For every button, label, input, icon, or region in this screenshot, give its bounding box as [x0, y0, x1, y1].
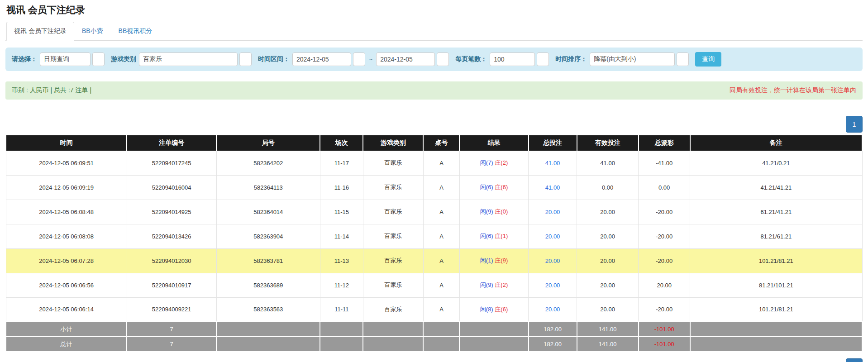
date-to-input[interactable] — [376, 52, 435, 66]
summary-remark-empty — [690, 337, 862, 352]
result-player: 闲(1) — [480, 257, 493, 264]
cell-remark: 81.21/61.21 — [690, 224, 862, 248]
total-bet-link[interactable]: 41.00 — [545, 160, 560, 167]
cell-time: 2024-12-05 06:08:08 — [6, 224, 127, 248]
column-header: 总投注 — [529, 135, 577, 151]
page-1-button-bottom[interactable]: 1 — [846, 358, 863, 362]
cell-game-type: 百家乐 — [363, 151, 423, 175]
cell-game-type: 百家乐 — [363, 224, 423, 248]
summary-empty — [216, 322, 320, 337]
cell-result: 闲(9) 庄(2) — [459, 273, 528, 297]
summary-empty — [320, 337, 363, 352]
tab-betting-records[interactable]: 视讯 会员下注纪录 — [6, 22, 74, 41]
total-bet-link[interactable]: 20.00 — [545, 209, 560, 215]
result-player: 闲(7) — [480, 159, 493, 166]
table-row: 2024-12-05 06:09:19522094016004582364113… — [6, 175, 862, 200]
column-header: 注单编号 — [127, 135, 216, 151]
table-row: 2024-12-05 06:08:08522094013426582363904… — [6, 224, 862, 248]
cell-valid-bet: 20.00 — [577, 200, 639, 224]
cell-bet-id: 522094012030 — [127, 248, 216, 273]
column-header: 总派彩 — [639, 135, 690, 151]
game-type-select[interactable] — [139, 52, 238, 66]
cell-game-type: 百家乐 — [363, 200, 423, 224]
table-row: 2024-12-05 06:07:28522094012030582363781… — [6, 248, 862, 273]
date-to-picker-box[interactable] — [437, 52, 449, 66]
cell-total-bet: 20.00 — [529, 297, 577, 322]
total-bet-link[interactable]: 20.00 — [545, 282, 560, 289]
cell-result: 闲(9) 庄(0) — [459, 200, 528, 224]
column-header: 时间 — [6, 135, 127, 151]
time-sort-label: 时间排序： — [555, 55, 587, 63]
summary-empty — [363, 322, 423, 337]
filter-bar: 请选择： 游戏类别 时间区间： ~ 每页笔数： 时间排序： 查询 — [5, 48, 863, 71]
cell-round-id: 582364014 — [216, 200, 320, 224]
query-type-dropdown-box[interactable] — [92, 52, 105, 66]
total-bet-link[interactable]: 20.00 — [545, 257, 560, 264]
notice-bar: 币别 : 人民币 | 总共 :7 注单 | 同局有效投注，统一计算在该局第一张注… — [5, 81, 863, 100]
summary-count: 7 — [127, 322, 216, 337]
cell-payout: 0.00 — [639, 175, 690, 200]
cell-result: 闲(7) 庄(2) — [459, 151, 528, 175]
cell-round-id: 582363781 — [216, 248, 320, 273]
cell-round-id: 582364202 — [216, 151, 320, 175]
date-from-picker-box[interactable] — [353, 52, 365, 66]
cell-total-bet: 20.00 — [529, 224, 577, 248]
total-bet-link[interactable]: 41.00 — [545, 184, 560, 191]
cell-payout: 20.00 — [639, 273, 690, 297]
cell-time: 2024-12-05 06:09:19 — [6, 175, 127, 200]
query-type-select[interactable] — [40, 52, 91, 66]
cell-remark: 81.21/101.21 — [690, 273, 862, 297]
cell-time: 2024-12-05 06:06:56 — [6, 273, 127, 297]
summary-empty — [216, 337, 320, 352]
cell-game-type: 百家乐 — [363, 248, 423, 273]
cell-payout: -20.00 — [639, 297, 690, 322]
cell-time: 2024-12-05 06:08:48 — [6, 200, 127, 224]
cell-table-no: A — [423, 248, 459, 273]
total-bet-link[interactable]: 20.00 — [545, 306, 560, 313]
page-size-dropdown-box[interactable] — [537, 52, 549, 66]
time-sort-select[interactable] — [590, 52, 675, 66]
cell-total-bet: 20.00 — [529, 248, 577, 273]
result-player: 闲(8) — [480, 306, 493, 313]
page-1-button[interactable]: 1 — [846, 116, 863, 133]
tab-bb-video-points[interactable]: BB视讯积分 — [111, 22, 160, 41]
page-size-select[interactable] — [490, 52, 535, 66]
cell-valid-bet: 20.00 — [577, 297, 639, 322]
search-button[interactable]: 查询 — [695, 52, 721, 67]
table-header-row: 时间注单编号局号场次游戏类别桌号结果总投注有效投注总派彩备注 — [6, 135, 862, 151]
tab-bb-tips[interactable]: BB小费 — [74, 22, 111, 41]
cell-round-id: 582363904 — [216, 224, 320, 248]
result-banker: 庄(1) — [495, 233, 508, 239]
pagination-bottom: 1 — [5, 358, 863, 362]
total-bet-link[interactable]: 20.00 — [545, 233, 560, 240]
cell-session: 11-14 — [320, 224, 363, 248]
summary-empty — [459, 337, 528, 352]
cell-session: 11-13 — [320, 248, 363, 273]
cell-game-type: 百家乐 — [363, 175, 423, 200]
table-row: 2024-12-05 06:06:56522094010917582363689… — [6, 273, 862, 297]
cell-remark: 41.21/41.21 — [690, 175, 862, 200]
summary-total-bet: 182.00 — [529, 322, 577, 337]
cell-bet-id: 522094017245 — [127, 151, 216, 175]
summary-empty — [320, 322, 363, 337]
page-size-label: 每页笔数： — [455, 55, 487, 63]
game-type-dropdown-box[interactable] — [239, 52, 252, 66]
summary-empty — [363, 337, 423, 352]
cell-round-id: 582363689 — [216, 273, 320, 297]
cell-session: 11-17 — [320, 151, 363, 175]
time-sort-dropdown-box[interactable] — [677, 52, 689, 66]
cell-result: 闲(8) 庄(6) — [459, 297, 528, 322]
summary-count: 7 — [127, 337, 216, 352]
result-player: 闲(9) — [480, 281, 493, 288]
cell-remark: 61.21/41.21 — [690, 200, 862, 224]
cell-round-id: 582363563 — [216, 297, 320, 322]
cell-game-type: 百家乐 — [363, 297, 423, 322]
cell-valid-bet: 0.00 — [577, 175, 639, 200]
summary-empty — [459, 322, 528, 337]
date-from-input[interactable] — [292, 52, 351, 66]
betting-records-table: 时间注单编号局号场次游戏类别桌号结果总投注有效投注总派彩备注 2024-12-0… — [5, 135, 863, 352]
subtotal-row: 小计7182.00141.00-101.00 — [6, 322, 862, 337]
page: 视讯 会员下注纪录 视讯 会员下注纪录 BB小费 BB视讯积分 请选择： 游戏类… — [0, 0, 868, 362]
result-player: 闲(9) — [480, 208, 493, 215]
currency-total-summary: 币别 : 人民币 | 总共 :7 注单 | — [12, 86, 91, 95]
